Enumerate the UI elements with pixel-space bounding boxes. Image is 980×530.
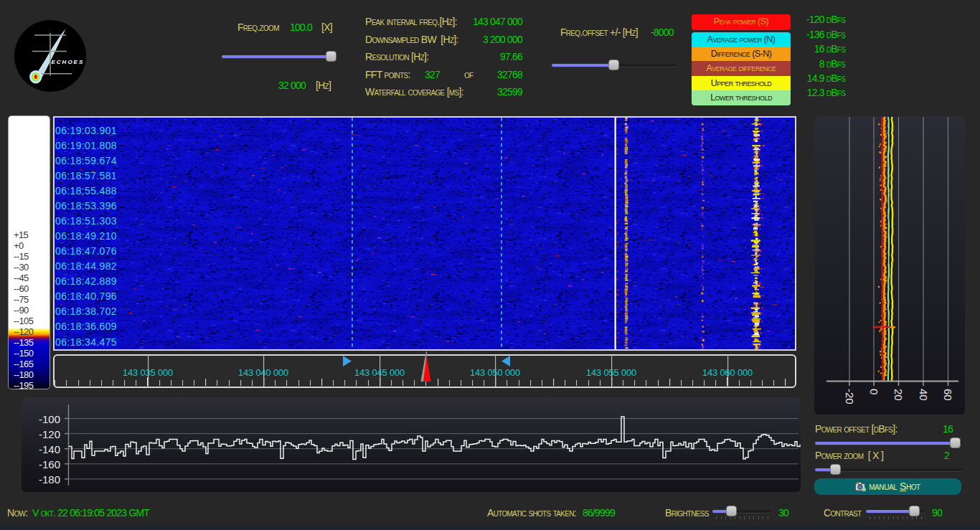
svg-text:ECHOES: ECHOES — [52, 59, 85, 65]
